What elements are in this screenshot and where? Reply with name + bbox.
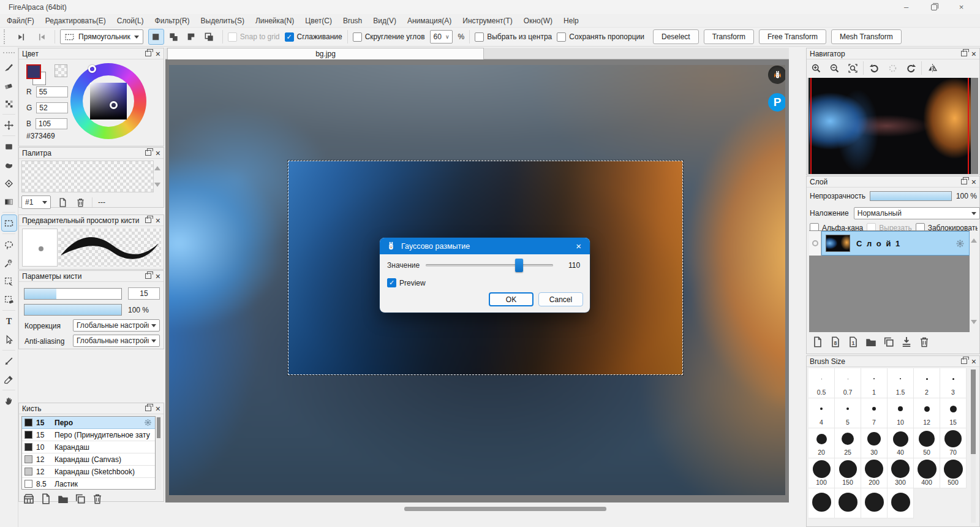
menu-item-6[interactable]: Линейка(N) (250, 15, 300, 26)
brush-size-4[interactable]: 4 (809, 398, 835, 428)
brush-tool[interactable] (1, 58, 17, 75)
slider-handle[interactable] (515, 259, 523, 272)
antialias-checkbox[interactable]: ✓Сглаживание (285, 32, 342, 42)
mesh-transform-button[interactable]: Mesh Transform (831, 29, 902, 44)
brush-size-extra[interactable] (888, 488, 914, 518)
brush-size-scrollbar[interactable] (971, 370, 976, 523)
select-lasso-tool[interactable] (1, 236, 17, 253)
duplicate-layer-icon[interactable] (883, 336, 895, 348)
operation-tool[interactable] (1, 331, 17, 348)
brush-size-400[interactable]: 400 (914, 458, 940, 488)
brush-size-5[interactable]: 5 (835, 398, 861, 428)
zoom-out-button[interactable] (826, 61, 842, 75)
brush-size-70[interactable]: 70 (940, 428, 967, 458)
rounded-corners-checkbox[interactable]: Скругление углов (353, 32, 425, 42)
deselect-button[interactable]: Deselect (653, 29, 699, 44)
brush-item-2[interactable]: 15Перо (Принудительное зату (22, 429, 155, 441)
close-panel-icon[interactable]: × (156, 406, 160, 412)
fill-rect-tool[interactable] (1, 138, 17, 155)
float-panel-icon[interactable] (961, 179, 967, 184)
free-transform-button[interactable]: Free Transform (759, 29, 826, 44)
menu-item-1[interactable]: Файл(F) (1, 15, 40, 26)
brush-size-7[interactable]: 7 (861, 398, 888, 428)
brush-settings-icon[interactable] (143, 418, 153, 427)
menu-item-3[interactable]: Слой(L) (111, 15, 149, 26)
menu-item-2[interactable]: Редактировать(E) (40, 15, 111, 26)
brush-size-200[interactable]: 200 (861, 458, 888, 488)
float-panel-icon[interactable] (145, 51, 151, 56)
cancel-button[interactable]: Cancel (538, 292, 583, 306)
close-panel-icon[interactable]: × (971, 179, 976, 185)
intersect-selection-button[interactable] (202, 29, 217, 45)
layer-scroll-up-icon[interactable] (971, 235, 977, 243)
new-1bit-layer-icon[interactable]: 1 (847, 336, 859, 348)
close-panel-icon[interactable]: × (156, 51, 160, 57)
dialog-close-icon[interactable]: × (573, 241, 584, 251)
blue-input[interactable] (36, 118, 67, 129)
layer-visibility-toggle[interactable] (809, 231, 821, 256)
ok-button[interactable]: OK (489, 292, 533, 306)
delete-palette-icon[interactable] (74, 196, 86, 208)
brush-item-4[interactable]: 12Карандаш (Canvas) (22, 453, 155, 466)
brush-size-20[interactable]: 20 (809, 428, 835, 458)
float-panel-icon[interactable] (145, 150, 151, 156)
next-tool-button[interactable] (34, 29, 50, 44)
brush-store-icon[interactable] (23, 493, 35, 505)
delete-layer-icon[interactable] (918, 336, 930, 348)
menu-item-5[interactable]: Выделить(S) (195, 15, 250, 26)
flip-horizontal-button[interactable] (924, 61, 940, 75)
brush-size-0.7[interactable]: 0.7 (835, 368, 861, 398)
brush-size-3[interactable]: 3 (940, 368, 967, 398)
brush-size-2[interactable]: 2 (914, 368, 940, 398)
blend-mode-select[interactable]: Нормальный (854, 207, 980, 219)
brush-size-extra[interactable] (835, 488, 861, 518)
brush-item-5[interactable]: 12Карандаш (Sketchbook) (22, 466, 155, 478)
float-panel-icon[interactable] (961, 51, 967, 56)
layer-folder-icon[interactable] (865, 336, 877, 348)
green-input[interactable] (36, 102, 68, 113)
gradient-tool[interactable] (1, 193, 17, 210)
rotate-cw-button[interactable] (903, 61, 919, 75)
brush-size-extra[interactable] (809, 488, 835, 518)
divide-tool[interactable] (1, 352, 17, 370)
toolbar-grip[interactable] (4, 29, 7, 44)
magic-wand-tool[interactable] (1, 254, 17, 271)
hand-tool[interactable] (1, 392, 17, 409)
brush-size-15[interactable]: 15 (940, 398, 967, 428)
palette-scroll-up-icon[interactable] (154, 163, 160, 170)
restore-button[interactable] (920, 0, 948, 14)
layer-row[interactable]: С л о й 1 (809, 231, 970, 256)
from-center-checkbox[interactable]: Выбрать из центра (475, 32, 552, 42)
brush-size-1.5[interactable]: 1.5 (888, 368, 914, 398)
duplicate-brush-icon[interactable] (74, 493, 86, 505)
red-input[interactable] (36, 86, 68, 97)
brush-size-25[interactable]: 25 (835, 428, 861, 458)
dialog-title-bar[interactable]: Гауссово размытие × (380, 238, 590, 254)
brush-size-0.5[interactable]: 0.5 (809, 368, 835, 398)
merge-down-icon[interactable] (900, 336, 913, 348)
menu-item-4[interactable]: Фильтр(R) (149, 15, 195, 26)
palette-swatch-area[interactable] (21, 161, 154, 192)
rotate-ccw-button[interactable] (866, 61, 882, 75)
subtract-selection-button[interactable] (184, 29, 200, 45)
menu-item-8[interactable]: Brush (337, 15, 368, 26)
tab-bg-jpg[interactable]: bg.jpg (167, 48, 484, 59)
fill-polygon-tool[interactable] (1, 175, 17, 192)
brush-size-1[interactable]: 1 (861, 368, 888, 398)
menu-item-9[interactable]: Вид(V) (368, 15, 402, 26)
transform-button[interactable]: Transform (704, 29, 754, 44)
corner-radius-select[interactable]: 60∨ (430, 30, 453, 44)
navigator-preview[interactable] (808, 78, 978, 174)
close-panel-icon[interactable]: × (971, 358, 976, 365)
brush-item-3[interactable]: 10Карандаш (22, 441, 155, 453)
brush-size-value[interactable]: 15 (128, 287, 160, 300)
float-panel-icon[interactable] (145, 273, 151, 279)
brush-size-150[interactable]: 150 (835, 458, 861, 488)
brush-size-10[interactable]: 10 (888, 398, 914, 428)
brush-size-30[interactable]: 30 (861, 428, 888, 458)
menu-item-10[interactable]: Анимация(A) (402, 15, 457, 26)
eraser-tool[interactable] (1, 77, 17, 94)
float-panel-icon[interactable] (145, 406, 151, 411)
new-8bit-layer-icon[interactable]: 8 (829, 336, 842, 348)
add-selection-button[interactable] (166, 29, 182, 45)
